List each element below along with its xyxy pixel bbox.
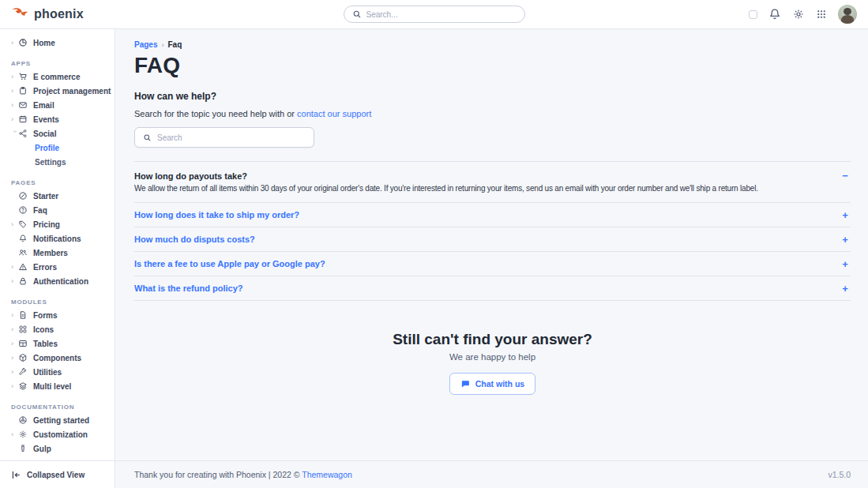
chevron-right-icon: › — [11, 39, 18, 47]
chevron-right-icon: › — [11, 221, 18, 228]
pie-chart-icon — [18, 38, 28, 47]
chat-with-us-button[interactable]: Chat with us — [449, 373, 535, 395]
sidebar-item-gulp[interactable]: Gulp — [0, 441, 115, 456]
faq-search-placeholder: Search — [157, 133, 182, 142]
breadcrumb-pages-link[interactable]: Pages — [134, 40, 157, 49]
mail-icon — [18, 100, 28, 110]
sidebar-item-forms[interactable]: › Forms — [0, 308, 115, 322]
faq-question-row[interactable]: Is there a fee to use Apple pay or Googl… — [134, 252, 851, 276]
sidebar-item-label: Profile — [35, 144, 59, 152]
sidebar-item-label: Pricing — [33, 220, 60, 229]
sidebar-item-settings[interactable]: Settings — [0, 155, 115, 169]
sidebar-item-label: Starter — [33, 192, 58, 201]
chevron-right-icon: › — [11, 116, 18, 123]
expand-plus-icon[interactable]: + — [840, 210, 851, 220]
sidebar-item-multi-level[interactable]: › Multi level — [0, 379, 115, 393]
breadcrumb: Pages › Faq — [134, 40, 851, 49]
sidebar-item-label: Settings — [35, 158, 66, 167]
faq-question-row[interactable]: How long does it take to ship my order? … — [134, 203, 851, 227]
faq-question: How long do payouts take? — [134, 171, 247, 181]
contact-support-link[interactable]: contact our support — [297, 109, 371, 118]
collapse-minus-icon[interactable]: − — [840, 171, 851, 181]
sidebar-item-authentication[interactable]: › Authentication — [0, 274, 115, 288]
sidebar-item-faq[interactable]: Faq — [0, 203, 115, 217]
collapsed-view-toggle[interactable]: Collapsed View — [0, 460, 115, 488]
faq-accordion: How long do payouts take? − We allow the… — [134, 161, 851, 301]
sidebar-item-label: E commerce — [33, 73, 80, 81]
sidebar-item-label: Tables — [33, 340, 58, 348]
sidebar-item-label: Events — [33, 115, 59, 124]
apps-grid-icon[interactable] — [816, 9, 827, 20]
faq-question: Is there a fee to use Apple pay or Googl… — [134, 259, 325, 268]
expand-plus-icon[interactable]: + — [840, 235, 851, 245]
sidebar-section-documentation: DOCUMENTATION — [11, 404, 115, 413]
sidebar-item-components[interactable]: › Components — [0, 351, 115, 365]
chevron-right-icon: › — [11, 312, 18, 319]
sidebar-item-social[interactable]: › Social — [0, 126, 115, 141]
sidebar-item-label: Customization — [33, 430, 88, 439]
faq-question: How long does it take to ship my order? — [134, 210, 299, 220]
footer: Thank you for creating with Phoenix | 20… — [115, 460, 868, 488]
notifications-bell-icon[interactable] — [768, 8, 781, 21]
app-window: phoenix Search... › Home APPS — [0, 0, 868, 488]
sidebar-item-label: Home — [33, 39, 55, 47]
sidebar: › Home APPS › E commerce › Project manag… — [0, 29, 115, 488]
sidebar-item-label: Forms — [33, 311, 58, 320]
chat-button-label: Chat with us — [475, 379, 524, 389]
faq-item-payouts: How long do payouts take? − We allow the… — [134, 161, 851, 202]
chevron-right-icon: › — [11, 73, 18, 81]
help-heading: How can we help? — [134, 91, 851, 102]
sidebar-item-members[interactable]: Members — [0, 246, 115, 260]
sidebar-item-label: Notifications — [33, 235, 81, 243]
global-search-input[interactable]: Search... — [344, 6, 525, 23]
sidebar-item-starter[interactable]: Starter — [0, 189, 115, 203]
settings-gear-icon[interactable] — [792, 8, 805, 21]
sidebar-item-project-management[interactable]: › Project management — [0, 84, 115, 98]
expand-plus-icon[interactable]: + — [840, 283, 851, 294]
sidebar-item-utilities[interactable]: › Utilities — [0, 365, 115, 379]
faq-question-row[interactable]: What is the refund policy? + — [134, 276, 851, 300]
sidebar-nav: › Home APPS › E commerce › Project manag… — [0, 29, 115, 460]
sidebar-item-tables[interactable]: › Tables — [0, 336, 115, 351]
expand-plus-icon[interactable]: + — [840, 259, 851, 269]
sidebar-item-profile[interactable]: Profile — [0, 141, 115, 155]
sidebar-item-customization[interactable]: › Customization — [0, 427, 115, 441]
sidebar-item-label: Gulp — [33, 445, 51, 453]
search-icon — [143, 133, 152, 142]
sidebar-section-modules: MODULES — [11, 298, 115, 308]
themewagon-link[interactable]: Themewagon — [302, 470, 352, 479]
faq-question-row[interactable]: How much do disputs costs? + — [134, 227, 851, 251]
theme-toggle[interactable] — [749, 10, 757, 19]
file-icon — [18, 310, 28, 320]
sidebar-item-notifications[interactable]: Notifications — [0, 231, 115, 246]
chevron-right-icon: › — [11, 383, 18, 390]
wrench-icon — [18, 367, 28, 377]
sidebar-item-label: Components — [33, 354, 81, 362]
chevron-right-icon: › — [11, 88, 18, 95]
sidebar-item-home[interactable]: › Home — [0, 36, 115, 50]
sidebar-item-icons[interactable]: › Icons — [0, 322, 115, 336]
brand-logo[interactable]: phoenix — [11, 7, 84, 21]
slash-circle-icon — [18, 191, 28, 201]
faq-question-row[interactable]: How long do payouts take? − — [134, 162, 851, 181]
sidebar-item-pricing[interactable]: › Pricing — [0, 217, 115, 231]
sidebar-item-email[interactable]: › Email — [0, 98, 115, 112]
content: Pages › Faq FAQ How can we help? Search … — [115, 29, 868, 460]
faq-search-input[interactable]: Search — [134, 127, 314, 148]
sidebar-item-getting-started[interactable]: Getting started — [0, 413, 115, 427]
clipboard-icon — [18, 86, 28, 96]
sidebar-item-ecommerce[interactable]: › E commerce — [0, 69, 115, 84]
tag-icon — [18, 220, 28, 229]
layers-icon — [18, 381, 28, 391]
cta-section: Still can't find your answer? We are hap… — [134, 331, 851, 395]
gulp-icon — [18, 444, 28, 453]
grid-icon — [18, 325, 28, 334]
version-label: v1.5.0 — [828, 470, 851, 479]
user-avatar[interactable] — [838, 5, 857, 24]
sidebar-section-pages: PAGES — [11, 179, 115, 189]
sidebar-item-errors[interactable]: › Errors — [0, 260, 115, 274]
bell-icon — [18, 234, 28, 243]
sidebar-item-events[interactable]: › Events — [0, 112, 115, 126]
search-icon — [352, 9, 362, 19]
collapse-arrow-icon — [11, 470, 21, 480]
